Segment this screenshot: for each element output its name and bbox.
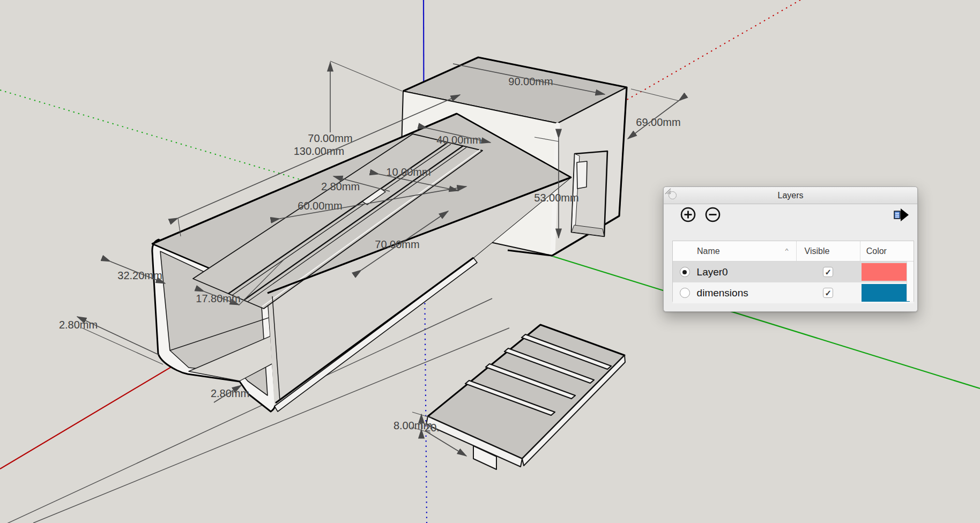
dim-label-2-80mm-top[interactable]: 2.80mm — [321, 181, 360, 193]
layers-table-header: Name ^ Visible Color — [673, 241, 914, 262]
layers-panel-titlebar[interactable]: Layers — [664, 187, 917, 204]
dim-label-8mm[interactable]: 8.00mm — [394, 420, 432, 432]
layer-visible-checkbox[interactable]: ✓ — [796, 267, 860, 277]
layer-row-layer0[interactable]: Layer0 ✓ — [673, 262, 914, 282]
layers-table: Name ^ Visible Color Layer0 ✓ — [672, 241, 914, 302]
layer-details-button[interactable] — [894, 207, 910, 222]
add-layer-button[interactable] — [680, 207, 696, 222]
dim-label-130mm[interactable]: 130.00mm — [294, 145, 345, 158]
minus-circle-icon — [705, 207, 721, 222]
layer-color-swatch[interactable] — [860, 263, 914, 281]
dim-label-10mm[interactable]: 10.00mm — [386, 166, 430, 178]
layers-panel[interactable]: Layers — [663, 186, 918, 312]
dim-label-2-80mm-bottom[interactable]: 2.80mm — [211, 387, 249, 400]
dim-label-2-80mm-left[interactable]: 2.80mm — [59, 319, 98, 331]
column-header-color[interactable]: Color — [860, 241, 914, 261]
column-header-name[interactable]: Name ^ — [673, 241, 797, 261]
dim-label-70mm-top[interactable]: 70.00mm — [308, 132, 352, 145]
dim-label-60mm[interactable]: 60.00mm — [298, 200, 342, 212]
remove-layer-button[interactable] — [705, 207, 721, 222]
dim-label-53mm[interactable]: 53.00mm — [534, 192, 578, 204]
layer-visible-checkbox[interactable]: ✓ — [796, 288, 860, 298]
plus-circle-icon — [680, 207, 696, 222]
sort-ascending-icon: ^ — [785, 248, 788, 255]
layer-row-dimensions[interactable]: dimensions ✓ — [673, 282, 914, 303]
details-arrow-icon — [894, 207, 910, 222]
column-header-visible[interactable]: Visible — [797, 241, 860, 261]
dim-label-17-80mm[interactable]: 17.80mm — [196, 293, 240, 305]
dim-label-70mm-bottom[interactable]: 70.00mm — [375, 238, 419, 251]
current-layer-radio-selected[interactable] — [673, 267, 697, 277]
layer-name[interactable]: dimensions — [697, 287, 796, 299]
current-layer-radio-unselected[interactable] — [673, 288, 697, 298]
layers-panel-title: Layers — [777, 191, 803, 200]
table-scrollbar[interactable] — [907, 262, 914, 301]
dim-label-90mm[interactable]: 90.00mm — [508, 76, 553, 88]
dim-label-40mm[interactable]: 40.00mm — [436, 134, 481, 146]
resize-grip[interactable] — [664, 187, 671, 195]
layers-toolbar — [664, 204, 917, 225]
layer-color-swatch[interactable] — [860, 284, 914, 302]
box-inner-window — [577, 161, 587, 189]
sketchup-viewport[interactable]: 90.00mm 69.00mm 70.00mm 130.00mm 40.00mm… — [0, 0, 980, 523]
dim-label-32-20mm[interactable]: 32.20mm — [117, 270, 162, 282]
layer-name[interactable]: Layer0 — [697, 266, 796, 278]
dim-label-69mm[interactable]: 69.00mm — [636, 116, 680, 129]
